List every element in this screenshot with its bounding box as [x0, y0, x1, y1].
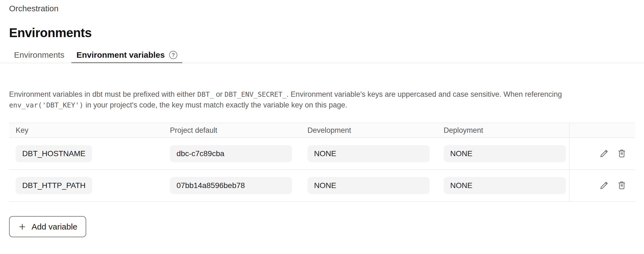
env-var-development-chip: NONE: [307, 177, 430, 194]
table-row: DBT_HTTP_PATH 07bb14a8596beb78 NONE NONE: [9, 170, 635, 202]
delete-variable-button[interactable]: [616, 180, 627, 191]
trash-icon: [616, 180, 627, 192]
description-segment: . Environment variable's keys are upperc…: [287, 90, 562, 98]
add-variable-button[interactable]: Add variable: [9, 216, 86, 237]
tab-environments[interactable]: Environments: [9, 47, 69, 63]
tab-environment-variables-label: Environment variables: [76, 50, 165, 60]
help-icon[interactable]: ?: [169, 51, 177, 59]
description-segment: or: [214, 90, 225, 98]
env-var-key-chip: DBT_HTTP_PATH: [16, 177, 92, 194]
code-dbt-env-secret-prefix: DBT_ENV_SECRET_: [225, 90, 287, 98]
tab-environment-variables[interactable]: Environment variables ?: [71, 47, 182, 63]
env-var-deployment-chip: NONE: [444, 145, 566, 162]
trash-icon: [616, 148, 627, 160]
table-row: DBT_HOSTNAME dbc-c7c89cba NONE NONE: [9, 138, 635, 170]
pencil-icon: [599, 180, 610, 192]
column-header-actions: [569, 123, 635, 137]
env-var-deployment-chip: NONE: [444, 177, 566, 194]
column-header-key: Key: [9, 126, 170, 135]
description-segment: in your project's code, the key must mat…: [83, 101, 347, 109]
tab-bar: Environments Environment variables ?: [0, 47, 644, 63]
env-variables-table: Key Project default Development Deployme…: [9, 123, 635, 202]
row-actions: [569, 138, 635, 169]
env-var-development-chip: NONE: [307, 145, 430, 162]
column-header-deployment: Deployment: [444, 126, 569, 135]
page-title: Environments: [9, 25, 635, 40]
row-actions: [569, 170, 635, 201]
description: Environment variables in dbt must be pre…: [9, 89, 635, 111]
env-var-key-chip: DBT_HOSTNAME: [16, 145, 92, 162]
table-header-row: Key Project default Development Deployme…: [9, 123, 635, 138]
env-var-project-default-chip: dbc-c7c89cba: [170, 145, 292, 162]
tab-environments-label: Environments: [14, 50, 64, 60]
column-header-project-default: Project default: [170, 126, 307, 135]
pencil-icon: [599, 148, 610, 160]
code-dbt-prefix: DBT_: [197, 90, 214, 98]
column-header-development: Development: [307, 126, 444, 135]
delete-variable-button[interactable]: [616, 148, 627, 159]
edit-variable-button[interactable]: [599, 180, 610, 191]
plus-icon: [18, 222, 27, 231]
description-segment: Environment variables in dbt must be pre…: [9, 90, 197, 98]
code-env-var-example: env_var('DBT_KEY'): [9, 101, 83, 109]
add-variable-button-label: Add variable: [32, 222, 77, 231]
breadcrumb: Orchestration: [9, 0, 635, 13]
env-var-project-default-chip: 07bb14a8596beb78: [170, 177, 292, 194]
edit-variable-button[interactable]: [599, 148, 610, 159]
